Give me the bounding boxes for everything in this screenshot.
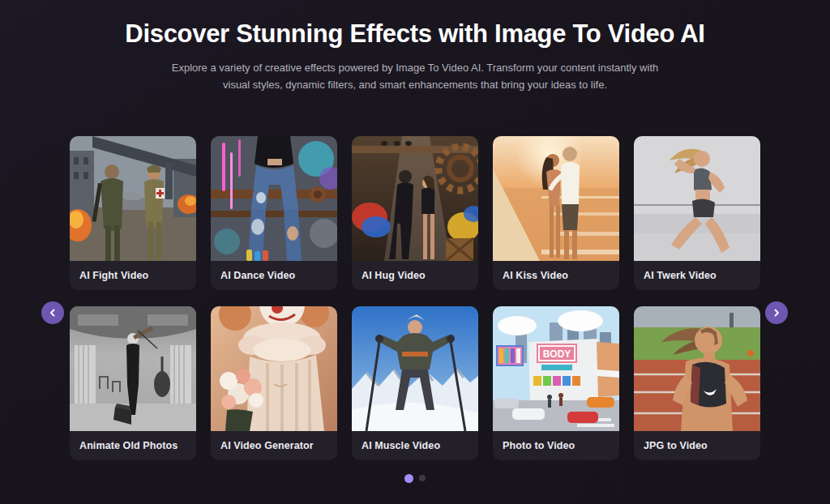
card-image-ai-fight-video [70, 136, 196, 261]
card-label: JPG to Video [634, 431, 760, 460]
page-title: Discover Stunning Effects with Image To … [0, 19, 830, 49]
effects-grid: AI Fight Video [70, 136, 760, 460]
card-image-ai-hug-video [352, 136, 478, 261]
carousel-pagination [0, 474, 830, 483]
pagination-dot-1[interactable] [404, 474, 413, 483]
card-label: AI Hug Video [352, 261, 478, 290]
chevron-left-icon [49, 309, 57, 317]
card-label: AI Dance Video [211, 261, 337, 290]
effects-carousel: AI Fight Video [0, 136, 830, 483]
card-image-photo-to-video: BODY [493, 306, 619, 431]
card-label: AI Kiss Video [493, 261, 619, 290]
chevron-right-icon [772, 309, 781, 317]
subtitle-line-2: visual styles, dynamic filters, and smar… [139, 76, 691, 93]
card-image-ai-muscle-video [352, 306, 478, 431]
effect-card-ai-hug-video[interactable]: AI Hug Video [352, 136, 478, 290]
effect-card-ai-dance-video[interactable]: AI Dance Video [211, 136, 337, 290]
effect-card-photo-to-video[interactable]: BODY Photo to [493, 306, 619, 460]
card-label: AI Video Generator [211, 431, 337, 460]
card-image-ai-twerk-video [634, 136, 760, 261]
pagination-dot-2[interactable] [419, 475, 426, 481]
card-image-jpg-to-video [634, 306, 760, 431]
effect-card-ai-video-generator[interactable]: AI Video Generator [211, 306, 337, 460]
card-label: Photo to Video [493, 431, 619, 460]
effect-card-jpg-to-video[interactable]: JPG to Video [634, 306, 760, 460]
effect-card-animate-old-photos[interactable]: Animate Old Photos [70, 306, 196, 460]
carousel-next-button[interactable] [765, 301, 788, 324]
body-sign-text: BODY [543, 348, 571, 360]
card-image-ai-dance-video [211, 136, 337, 261]
effect-card-ai-twerk-video[interactable]: AI Twerk Video [634, 136, 760, 290]
card-image-ai-kiss-video [493, 136, 619, 261]
card-label: AI Twerk Video [634, 261, 760, 290]
card-image-ai-video-generator [211, 306, 337, 431]
page-subtitle: Explore a variety of creative effects po… [139, 59, 691, 94]
card-label: Animate Old Photos [70, 431, 196, 460]
effect-card-ai-kiss-video[interactable]: AI Kiss Video [493, 136, 619, 290]
effect-card-ai-fight-video[interactable]: AI Fight Video [70, 136, 196, 290]
carousel-prev-button[interactable] [41, 301, 64, 324]
card-label: AI Muscle Video [352, 431, 478, 460]
effect-card-ai-muscle-video[interactable]: AI Muscle Video [352, 306, 478, 460]
section-header: Discover Stunning Effects with Image To … [0, 0, 830, 94]
card-image-animate-old-photos [70, 306, 196, 431]
card-label: AI Fight Video [70, 261, 196, 290]
subtitle-line-1: Explore a variety of creative effects po… [139, 59, 691, 76]
